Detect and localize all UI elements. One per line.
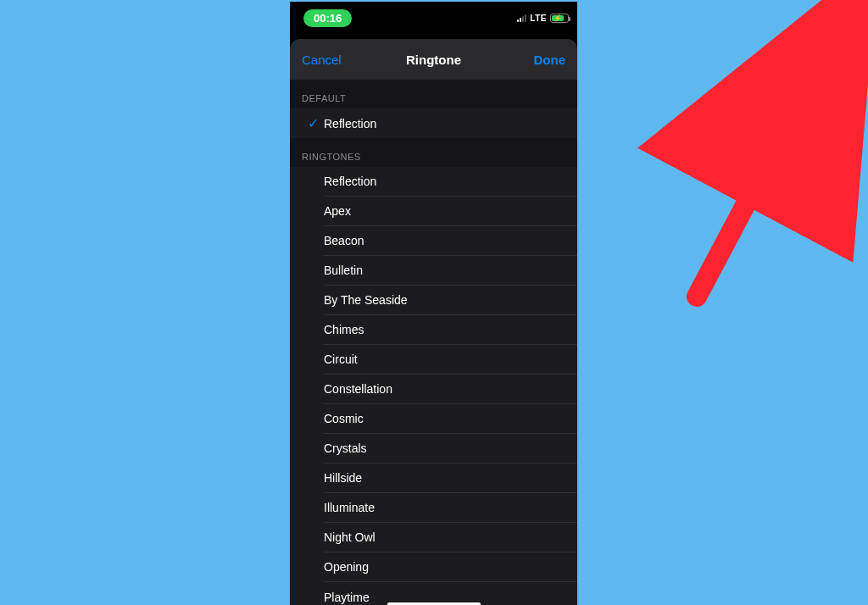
svg-line-1 — [697, 80, 812, 297]
ringtone-row[interactable]: Playtime — [290, 582, 577, 605]
ringtone-label: Apex — [324, 204, 351, 218]
ringtone-label: Reflection — [324, 175, 376, 188]
ringtone-row[interactable]: Illuminate — [290, 493, 577, 523]
ringtone-label: Cosmic — [324, 412, 364, 425]
ringtone-label: Illuminate — [324, 501, 375, 514]
ringtone-row[interactable]: Reflection — [290, 167, 577, 197]
battery-icon: ⚡ — [550, 14, 569, 23]
cancel-button[interactable]: Cancel — [302, 53, 342, 67]
ringtone-label: Playtime — [324, 591, 370, 604]
ringtone-row[interactable]: Circuit — [290, 345, 577, 375]
status-right: LTE ⚡ — [517, 14, 569, 23]
ringtone-label: Bulletin — [324, 264, 363, 277]
ringtone-label: Circuit — [324, 352, 358, 366]
ringtone-label: Reflection — [324, 117, 376, 130]
ringtone-label: Constellation — [324, 382, 392, 396]
ringtone-row[interactable]: Apex — [290, 197, 577, 226]
ringtone-label: Crystals — [324, 441, 367, 455]
ringtone-row[interactable]: Cosmic — [290, 404, 577, 434]
ringtone-row[interactable]: Hillside — [290, 463, 577, 493]
ringtone-label: Night Owl — [324, 530, 376, 544]
ringtone-row[interactable]: Chimes — [290, 315, 577, 345]
ringtone-row[interactable]: Night Owl — [290, 523, 577, 552]
checkmark-icon: ✓ — [308, 115, 319, 131]
section-header-default: DEFAULT — [290, 80, 577, 108]
ringtone-label: Opening — [324, 560, 369, 574]
ringtone-row[interactable]: Constellation — [290, 375, 577, 404]
done-button[interactable]: Done — [534, 53, 566, 67]
ringtone-row[interactable]: By The Seaside — [290, 286, 577, 315]
ringtone-row[interactable]: Beacon — [290, 226, 577, 256]
ringtone-label: Chimes — [324, 323, 364, 336]
modal-sheet: Cancel Ringtone Done DEFAULT ✓ Reflectio… — [290, 39, 577, 605]
time-pill: 00:16 — [303, 9, 352, 27]
ringtone-row[interactable]: Bulletin — [290, 256, 577, 286]
signal-icon — [517, 14, 526, 22]
status-bar: 00:16 LTE ⚡ — [290, 2, 577, 34]
ringtone-row-default[interactable]: ✓ Reflection — [290, 108, 577, 138]
section-header-ringtones: RINGTONES — [290, 138, 577, 167]
nav-bar: Cancel Ringtone Done — [290, 39, 577, 80]
phone-frame: 00:16 LTE ⚡ Cancel Ringtone Done DEFAULT… — [290, 2, 577, 605]
content-scroll[interactable]: DEFAULT ✓ Reflection RINGTONES Reflectio… — [290, 80, 577, 605]
ringtone-row[interactable]: Crystals — [290, 434, 577, 463]
ringtone-label: Beacon — [324, 234, 364, 247]
network-label: LTE — [530, 14, 547, 23]
ringtone-label: By The Seaside — [324, 293, 408, 307]
ringtone-label: Hillside — [324, 471, 362, 485]
ringtone-row[interactable]: Opening — [290, 552, 577, 582]
svg-marker-2 — [783, 56, 827, 115]
